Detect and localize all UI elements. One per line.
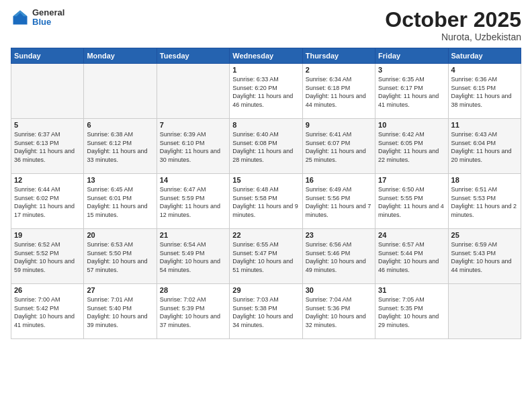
calendar-cell: 22Sunrise: 6:55 AMSunset: 5:47 PMDayligh… [230,229,302,284]
day-number: 12 [14,176,81,184]
calendar-cell: 17Sunrise: 6:50 AMSunset: 5:55 PMDayligh… [375,174,448,229]
day-info: Sunrise: 6:52 AMSunset: 5:52 PMDaylight:… [14,240,81,274]
calendar-cell: 14Sunrise: 6:47 AMSunset: 5:59 PMDayligh… [157,174,229,229]
day-info: Sunrise: 6:36 AMSunset: 6:15 PMDaylight:… [451,75,518,109]
weekday-header-monday: Monday [84,48,157,64]
calendar-cell [157,64,229,119]
day-number: 23 [306,231,372,239]
day-number: 30 [306,286,372,294]
day-number: 3 [378,66,445,74]
day-info: Sunrise: 6:47 AMSunset: 5:59 PMDaylight:… [160,185,226,219]
day-info: Sunrise: 6:43 AMSunset: 6:04 PMDaylight:… [451,130,518,164]
day-info: Sunrise: 6:42 AMSunset: 6:05 PMDaylight:… [378,130,445,164]
calendar-cell: 23Sunrise: 6:56 AMSunset: 5:46 PMDayligh… [302,229,375,284]
day-number: 15 [232,176,299,184]
day-info: Sunrise: 7:04 AMSunset: 5:36 PMDaylight:… [306,295,372,329]
day-info: Sunrise: 6:40 AMSunset: 6:08 PMDaylight:… [232,130,299,164]
calendar-cell: 21Sunrise: 6:54 AMSunset: 5:49 PMDayligh… [157,229,229,284]
weekday-header-tuesday: Tuesday [157,48,229,64]
calendar-cell: 31Sunrise: 7:05 AMSunset: 5:35 PMDayligh… [375,284,448,339]
calendar-cell: 1Sunrise: 6:33 AMSunset: 6:20 PMDaylight… [230,64,302,119]
calendar-cell: 20Sunrise: 6:53 AMSunset: 5:50 PMDayligh… [84,229,157,284]
weekday-header-row: SundayMondayTuesdayWednesdayThursdayFrid… [11,48,521,64]
calendar-cell: 24Sunrise: 6:57 AMSunset: 5:44 PMDayligh… [375,229,448,284]
day-number: 10 [378,121,445,129]
day-number: 21 [160,231,226,239]
day-number: 31 [378,286,445,294]
day-number: 29 [232,286,299,294]
day-number: 13 [87,176,153,184]
day-number: 8 [232,121,299,129]
day-info: Sunrise: 6:55 AMSunset: 5:47 PMDaylight:… [232,240,299,274]
logo-icon [11,8,30,27]
title-area: October 2025 Nurota, Uzbekistan [385,8,521,42]
day-info: Sunrise: 6:56 AMSunset: 5:46 PMDaylight:… [306,240,372,274]
day-number: 26 [14,286,81,294]
day-number: 14 [160,176,226,184]
calendar-cell: 28Sunrise: 7:02 AMSunset: 5:39 PMDayligh… [157,284,229,339]
calendar-cell: 29Sunrise: 7:03 AMSunset: 5:38 PMDayligh… [230,284,302,339]
day-number: 11 [451,121,518,129]
calendar-cell: 10Sunrise: 6:42 AMSunset: 6:05 PMDayligh… [375,119,448,174]
calendar-cell [84,64,157,119]
day-info: Sunrise: 6:33 AMSunset: 6:20 PMDaylight:… [232,75,299,109]
day-info: Sunrise: 6:54 AMSunset: 5:49 PMDaylight:… [160,240,226,274]
day-number: 2 [306,66,372,74]
day-number: 25 [451,231,518,239]
calendar-cell: 18Sunrise: 6:51 AMSunset: 5:53 PMDayligh… [448,174,521,229]
day-number: 28 [160,286,226,294]
calendar-cell: 30Sunrise: 7:04 AMSunset: 5:36 PMDayligh… [302,284,375,339]
day-info: Sunrise: 6:35 AMSunset: 6:17 PMDaylight:… [378,75,445,109]
day-info: Sunrise: 7:01 AMSunset: 5:40 PMDaylight:… [87,295,153,329]
logo-general-text: General [32,8,64,17]
calendar-cell [448,284,521,339]
calendar-row-4: 19Sunrise: 6:52 AMSunset: 5:52 PMDayligh… [11,229,521,284]
calendar-row-3: 12Sunrise: 6:44 AMSunset: 6:02 PMDayligh… [11,174,521,229]
day-info: Sunrise: 6:45 AMSunset: 6:01 PMDaylight:… [87,185,153,219]
day-number: 22 [232,231,299,239]
weekday-header-saturday: Saturday [448,48,521,64]
day-info: Sunrise: 6:53 AMSunset: 5:50 PMDaylight:… [87,240,153,274]
day-number: 6 [87,121,153,129]
day-number: 17 [378,176,445,184]
day-info: Sunrise: 6:38 AMSunset: 6:12 PMDaylight:… [87,130,153,164]
calendar-cell [11,64,84,119]
weekday-header-wednesday: Wednesday [230,48,302,64]
day-info: Sunrise: 6:37 AMSunset: 6:13 PMDaylight:… [14,130,81,164]
page: General Blue October 2025 Nurota, Uzbeki… [0,0,532,411]
calendar-cell: 7Sunrise: 6:39 AMSunset: 6:10 PMDaylight… [157,119,229,174]
calendar-cell: 6Sunrise: 6:38 AMSunset: 6:12 PMDaylight… [84,119,157,174]
day-number: 19 [14,231,81,239]
calendar-row-1: 1Sunrise: 6:33 AMSunset: 6:20 PMDaylight… [11,64,521,119]
day-info: Sunrise: 7:00 AMSunset: 5:42 PMDaylight:… [14,295,81,329]
day-info: Sunrise: 6:44 AMSunset: 6:02 PMDaylight:… [14,185,81,219]
logo-text: General Blue [32,8,64,28]
day-number: 5 [14,121,81,129]
day-number: 27 [87,286,153,294]
day-info: Sunrise: 6:50 AMSunset: 5:55 PMDaylight:… [378,185,445,219]
calendar-cell: 15Sunrise: 6:48 AMSunset: 5:58 PMDayligh… [230,174,302,229]
day-number: 16 [306,176,372,184]
day-info: Sunrise: 6:57 AMSunset: 5:44 PMDaylight:… [378,240,445,274]
day-info: Sunrise: 6:51 AMSunset: 5:53 PMDaylight:… [451,185,518,219]
calendar-row-5: 26Sunrise: 7:00 AMSunset: 5:42 PMDayligh… [11,284,521,339]
day-info: Sunrise: 6:41 AMSunset: 6:07 PMDaylight:… [306,130,372,164]
day-number: 7 [160,121,226,129]
calendar-cell: 5Sunrise: 6:37 AMSunset: 6:13 PMDaylight… [11,119,84,174]
day-info: Sunrise: 6:34 AMSunset: 6:18 PMDaylight:… [306,75,372,109]
day-number: 18 [451,176,518,184]
calendar-cell: 16Sunrise: 6:49 AMSunset: 5:56 PMDayligh… [302,174,375,229]
day-number: 1 [232,66,299,74]
calendar-cell: 11Sunrise: 6:43 AMSunset: 6:04 PMDayligh… [448,119,521,174]
logo: General Blue [11,8,64,28]
calendar-cell: 2Sunrise: 6:34 AMSunset: 6:18 PMDaylight… [302,64,375,119]
header: General Blue October 2025 Nurota, Uzbeki… [11,8,521,42]
weekday-header-sunday: Sunday [11,48,84,64]
day-info: Sunrise: 7:05 AMSunset: 5:35 PMDaylight:… [378,295,445,329]
calendar-cell: 8Sunrise: 6:40 AMSunset: 6:08 PMDaylight… [230,119,302,174]
weekday-header-thursday: Thursday [302,48,375,64]
day-info: Sunrise: 7:02 AMSunset: 5:39 PMDaylight:… [160,295,226,329]
day-info: Sunrise: 6:48 AMSunset: 5:58 PMDaylight:… [232,185,299,219]
month-title: October 2025 [385,8,521,32]
day-info: Sunrise: 6:39 AMSunset: 6:10 PMDaylight:… [160,130,226,164]
